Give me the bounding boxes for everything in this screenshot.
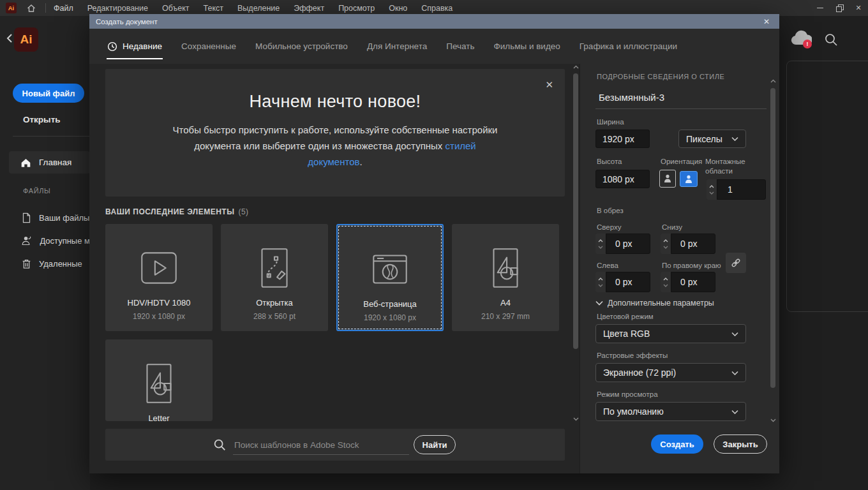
tab-film-video[interactable]: Фильмы и видео [493, 29, 560, 64]
tab-web[interactable]: Для Интернета [367, 29, 427, 64]
bleed-bottom-stepper[interactable] [661, 234, 671, 254]
restore-icon [836, 4, 843, 11]
preset-card-web-page[interactable]: Веб-страница 1920 x 1080 px [336, 224, 444, 331]
bleed-left-stepper[interactable] [595, 272, 606, 292]
home-sidebar: Ai Новый файл Открыть Главная ФАЙЛЫ Ваши… [0, 16, 90, 490]
web-page-preset-icon [366, 246, 414, 293]
stepper-down-icon[interactable] [663, 246, 668, 249]
stock-search-input[interactable] [233, 435, 409, 455]
close-window-button[interactable]: ✕ [849, 0, 868, 16]
menu-help[interactable]: Справка [421, 4, 453, 13]
chevron-down-icon [731, 137, 738, 141]
minimize-button[interactable] [811, 0, 830, 16]
preview-mode-label: Режим просмотра [597, 390, 658, 398]
document-name-field[interactable]: Безымянный-3 [599, 92, 664, 103]
tab-mobile[interactable]: Мобильное устройство [255, 29, 348, 64]
sidebar-item-shared[interactable]: Доступные м [0, 232, 90, 249]
stepper-down-icon[interactable] [709, 191, 714, 195]
chevron-down-icon [731, 410, 738, 414]
window-controls: ✕ [811, 0, 868, 16]
stepper-up-icon[interactable] [598, 239, 603, 242]
artboards-label-line2: области [705, 167, 733, 175]
orientation-portrait-button[interactable] [659, 170, 676, 188]
recent-cards-grid: HDV/HDTV 1080 1920 x 1080 px Открытка 28… [105, 224, 572, 421]
sidebar-item-your-files[interactable]: Ваши файлы [0, 209, 90, 226]
preset-card-letter[interactable]: Letter [105, 339, 213, 421]
preset-card-hdv[interactable]: HDV/HDTV 1080 1920 x 1080 px [105, 224, 213, 331]
preview-mode-dropdown[interactable]: По умолчанию [595, 402, 746, 421]
scrollbar-thumb[interactable] [573, 73, 578, 349]
scroll-up-icon[interactable] [770, 79, 776, 83]
menu-view[interactable]: Просмотр [338, 4, 375, 13]
scroll-down-icon[interactable] [770, 419, 776, 422]
tab-recent[interactable]: Недавние [107, 29, 162, 64]
bleed-right-stepper[interactable] [661, 272, 671, 292]
tab-art-illustration[interactable]: Графика и иллюстрации [580, 29, 677, 64]
home-icon[interactable] [26, 3, 36, 13]
stepper-up-icon[interactable] [663, 278, 668, 281]
stepper-down-icon[interactable] [598, 284, 603, 287]
chevron-down-icon [731, 332, 738, 336]
print-preset-icon [135, 360, 183, 407]
scroll-up-icon[interactable] [573, 65, 579, 69]
new-file-button[interactable]: Новый файл [13, 84, 84, 103]
create-button[interactable]: Создать [651, 434, 703, 454]
close-button[interactable]: Закрыть [714, 434, 767, 454]
illustrator-logo: Ai [14, 27, 38, 52]
welcome-banner: ✕ Начнем нечто новое! Чтобы быстро прист… [105, 69, 565, 197]
stepper-down-icon[interactable] [598, 246, 603, 249]
scrollbar-thumb[interactable] [770, 88, 775, 388]
bleed-right-input[interactable] [671, 272, 715, 292]
stepper-up-icon[interactable] [598, 278, 603, 281]
menu-select[interactable]: Выделение [237, 4, 280, 13]
bleed-link-button[interactable] [726, 253, 746, 273]
stepper-up-icon[interactable] [663, 239, 668, 242]
artboards-input[interactable] [717, 179, 766, 200]
dialog-close-button[interactable]: ✕ [760, 17, 773, 26]
panel-scrollbar[interactable] [770, 79, 777, 422]
menu-object[interactable]: Объект [162, 4, 190, 13]
document-presets-link[interactable]: стилей [445, 140, 476, 151]
banner-close-icon[interactable]: ✕ [545, 79, 553, 91]
menu-type[interactable]: Текст [204, 4, 223, 13]
tab-print[interactable]: Печать [446, 29, 474, 64]
tab-saved[interactable]: Сохраненные [181, 29, 236, 64]
restore-button[interactable] [830, 0, 849, 16]
stepper-down-icon[interactable] [663, 284, 668, 287]
height-input[interactable] [595, 170, 650, 188]
raster-effects-dropdown[interactable]: Экранное (72 ppi) [595, 363, 746, 382]
bleed-top-stepper[interactable] [595, 234, 606, 254]
artboards-stepper[interactable] [707, 179, 717, 200]
chevron-down-icon [595, 301, 603, 306]
orientation-landscape-button[interactable] [680, 171, 698, 187]
open-button[interactable]: Открыть [23, 115, 61, 124]
preset-card-postcard[interactable]: Открытка 288 x 560 pt [221, 224, 328, 331]
sidebar-item-home[interactable]: Главная [9, 151, 90, 174]
width-input[interactable] [595, 130, 650, 148]
print-preset-icon [482, 244, 529, 292]
back-chevron-icon[interactable] [5, 33, 14, 44]
dialog-title: Создать документ [96, 18, 158, 26]
menu-file[interactable]: Файл [54, 4, 73, 13]
units-dropdown[interactable]: Пикселы [678, 130, 746, 148]
color-mode-dropdown[interactable]: Цвета RGB [595, 324, 746, 343]
bleed-left-input[interactable] [606, 272, 650, 292]
bleed-top-label: Сверху [597, 223, 621, 231]
files-section-header: ФАЙЛЫ [23, 187, 50, 195]
bleed-top-input[interactable] [606, 234, 650, 254]
create-document-dialog: Создать документ ✕ Недавние Сохраненные … [89, 14, 779, 473]
find-button[interactable]: Найти [414, 435, 456, 454]
search-icon[interactable] [823, 32, 839, 47]
sidebar-item-deleted[interactable]: Удаленные [0, 255, 90, 272]
menu-effect[interactable]: Эффект [294, 4, 324, 13]
scroll-down-icon[interactable] [573, 417, 579, 421]
advanced-options-toggle[interactable]: Дополнительные параметры [595, 299, 714, 308]
preset-card-a4[interactable]: A4 210 x 297 mm [452, 224, 559, 331]
content-scrollbar[interactable] [572, 65, 580, 421]
menu-window[interactable]: Окно [389, 4, 407, 13]
stepper-up-icon[interactable] [709, 185, 714, 188]
bleed-bottom-input[interactable] [671, 234, 715, 254]
menu-edit[interactable]: Редактирование [87, 4, 148, 13]
name-divider [595, 108, 767, 109]
document-presets-link[interactable]: документов [308, 156, 359, 167]
